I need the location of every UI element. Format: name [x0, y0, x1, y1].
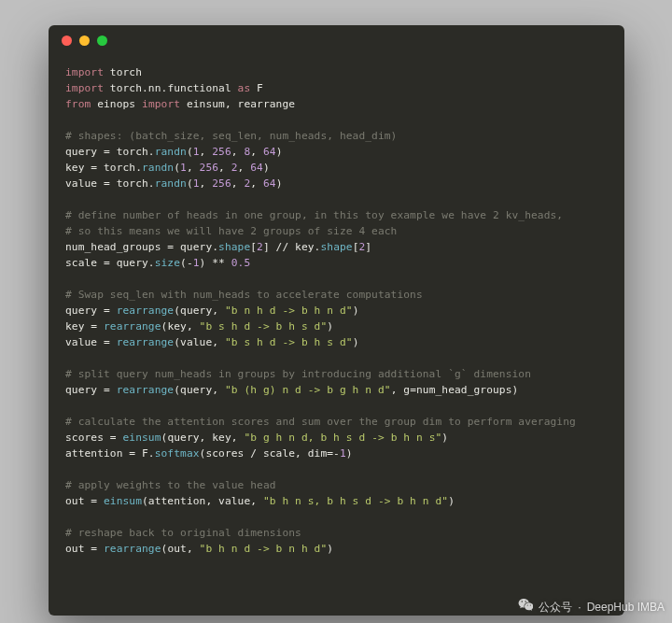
minimize-icon[interactable] — [79, 35, 90, 46]
code-line: scores = einsum(query, key, "b g h n d, … — [65, 430, 608, 446]
code-line — [65, 271, 608, 287]
code-line: out = rearrange(out, "b h n d -> b n h d… — [65, 541, 608, 557]
code-line: query = rearrange(query, "b (h g) n d ->… — [65, 382, 608, 398]
watermark-sep: · — [578, 601, 581, 614]
code-line: attention = F.softmax(scores / scale, di… — [65, 446, 608, 461]
code-line: key = rearrange(key, "b s h d -> b h s d… — [65, 319, 608, 334]
code-line — [65, 509, 608, 525]
watermark: 公众号 · DeepHub IMBA — [518, 599, 665, 616]
code-line — [65, 398, 608, 414]
code-line: num_head_groups = query.shape[2] // key.… — [65, 239, 608, 255]
code-line: # define number of heads in one group, i… — [65, 207, 608, 223]
code-line: out = einsum(attention, value, "b h n s,… — [65, 493, 608, 509]
code-block: import torchimport torch.nn.functional a… — [49, 55, 624, 573]
code-line: key = torch.randn(1, 256, 2, 64) — [65, 160, 608, 176]
code-line: # split query num_heads in groups by int… — [65, 366, 608, 382]
code-line: # calculate the attention scores and sum… — [65, 414, 608, 430]
code-line: value = rearrange(value, "b s h d -> b h… — [65, 334, 608, 350]
code-line: # apply weights to the value head — [65, 477, 608, 493]
code-line: # Swap seq_len with num_heads to acceler… — [65, 287, 608, 303]
code-line — [65, 461, 608, 477]
watermark-name: DeepHub IMBA — [587, 601, 665, 614]
code-line: query = torch.randn(1, 256, 8, 64) — [65, 144, 608, 160]
code-line: import torch — [65, 64, 608, 80]
close-icon[interactable] — [62, 35, 72, 46]
code-line: # reshape back to original dimensions — [65, 525, 608, 541]
code-line: import torch.nn.functional as F — [65, 80, 608, 96]
window-titlebar — [49, 25, 624, 55]
code-line — [65, 191, 608, 207]
wechat-icon — [518, 599, 533, 616]
maximize-icon[interactable] — [97, 35, 107, 46]
code-line: query = rearrange(query, "b n h d -> b h… — [65, 303, 608, 319]
code-line — [65, 350, 608, 366]
code-line: scale = query.size(-1) ** 0.5 — [65, 255, 608, 271]
code-window: import torchimport torch.nn.functional a… — [49, 25, 624, 616]
code-line: value = torch.randn(1, 256, 2, 64) — [65, 176, 608, 191]
code-line: # so this means we will have 2 groups of… — [65, 223, 608, 239]
code-line — [65, 112, 608, 128]
watermark-label: 公众号 — [539, 600, 572, 616]
code-line: # shapes: (batch_size, seq_len, num_head… — [65, 128, 608, 144]
code-line: from einops import einsum, rearrange — [65, 96, 608, 112]
